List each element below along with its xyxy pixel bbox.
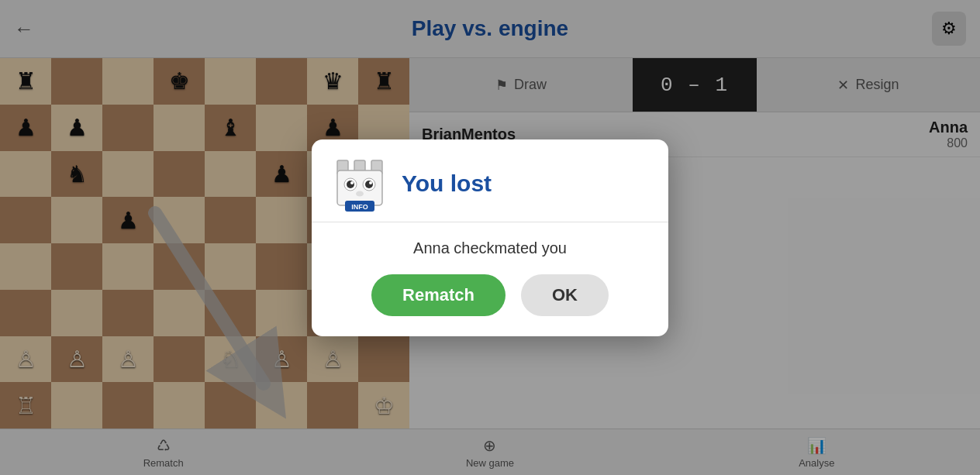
modal-overlay: INFO You lost Anna checkmated you Rematc… bbox=[0, 0, 980, 475]
rematch-button[interactable]: Rematch bbox=[371, 274, 506, 316]
modal-dialog: INFO You lost Anna checkmated you Rematc… bbox=[312, 139, 668, 336]
svg-text:INFO: INFO bbox=[351, 203, 368, 211]
mascot-svg: INFO bbox=[333, 157, 388, 215]
svg-point-8 bbox=[347, 181, 354, 188]
modal-header: INFO You lost bbox=[312, 139, 668, 222]
ok-button[interactable]: OK bbox=[521, 274, 609, 316]
modal-body: Anna checkmated you Rematch OK bbox=[312, 222, 668, 336]
mascot: INFO bbox=[333, 157, 388, 211]
svg-point-10 bbox=[350, 181, 354, 184]
modal-title: You lost bbox=[402, 170, 492, 197]
svg-rect-5 bbox=[337, 170, 382, 205]
modal-buttons: Rematch OK bbox=[371, 274, 609, 316]
svg-point-11 bbox=[369, 181, 372, 184]
svg-point-9 bbox=[365, 181, 373, 188]
svg-point-12 bbox=[356, 191, 364, 196]
modal-message: Anna checkmated you bbox=[413, 239, 567, 257]
